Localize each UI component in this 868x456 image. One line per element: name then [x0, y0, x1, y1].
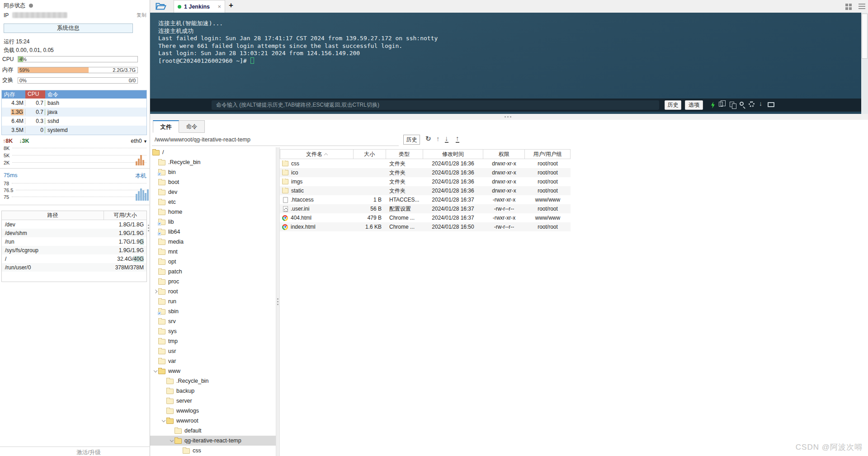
tree-item[interactable]: sbin [150, 306, 276, 316]
gear-icon[interactable] [749, 101, 755, 107]
folder-icon [158, 289, 165, 295]
disk-header-size[interactable]: 可用/大小 [104, 211, 146, 220]
process-cpu: 0.7 [25, 100, 45, 106]
tree-item[interactable]: .Recycle_bin [150, 376, 276, 386]
file-header-name[interactable]: 文件名 [280, 150, 354, 159]
vertical-splitter[interactable] [276, 147, 280, 456]
folder-icon [158, 190, 165, 195]
tree-item[interactable]: sys [150, 326, 276, 336]
download-icon[interactable]: ↓ [445, 135, 448, 143]
tree-item[interactable]: server [150, 396, 276, 406]
interface-selector[interactable]: eth0 ▼ [131, 138, 147, 144]
tree-item[interactable]: / [150, 147, 276, 157]
parent-directory-icon[interactable]: ↑ [436, 135, 440, 142]
monitor-icon[interactable] [768, 102, 774, 107]
chevron-collapsed-icon[interactable] [152, 290, 158, 293]
paste-icon[interactable] [730, 102, 734, 107]
file-row[interactable]: imgs文件夹2024/01/28 16:36drwxr-xr-xroot/ro… [280, 177, 571, 186]
copy-icon[interactable] [719, 102, 723, 107]
tree-item[interactable]: run [150, 296, 276, 306]
history-button[interactable]: 历史 [665, 100, 681, 110]
tree-item[interactable]: mnt [150, 247, 276, 257]
tree-item[interactable]: home [150, 207, 276, 217]
tab-files[interactable]: 文件 [153, 120, 179, 133]
file-header-perm[interactable]: 权限 [483, 150, 525, 159]
file-row[interactable]: .htaccess1 BHTACCES...2024/01/28 16:37-r… [280, 195, 571, 204]
tree-item[interactable]: opt [150, 257, 276, 267]
new-tab-button[interactable]: + [229, 1, 233, 10]
file-row[interactable]: css文件夹2024/01/28 16:36drwxr-xr-xroot/roo… [280, 159, 571, 168]
directory-tree: /.Recycle_binbinbootdevetchomeliblib64me… [150, 147, 276, 456]
tree-item[interactable]: srv [150, 316, 276, 326]
tree-item[interactable]: backup [150, 386, 276, 396]
tree-item[interactable]: usr [150, 346, 276, 356]
terminal-scrollbar[interactable] [861, 13, 868, 114]
upload-icon[interactable]: ↑ [456, 135, 459, 143]
tree-item[interactable]: var [150, 356, 276, 366]
tree-item[interactable]: wwwroot [150, 416, 276, 426]
tree-item[interactable]: qg-iterative-react-temp [150, 436, 276, 446]
tree-item[interactable]: default [150, 426, 276, 436]
terminal-scrollbar-thumb[interactable] [862, 14, 868, 59]
horizontal-splitter[interactable] [150, 114, 868, 120]
tree-item[interactable]: dev [150, 187, 276, 197]
tree-item[interactable]: lib64 [150, 227, 276, 237]
chevron-down-icon: ▼ [143, 139, 147, 144]
disk-row: /dev1.8G/1.8G [2, 220, 146, 229]
file-row[interactable]: ico文件夹2024/01/28 16:36drwxr-xr-xroot/roo… [280, 168, 571, 177]
process-header-cell[interactable]: CPU [25, 90, 45, 99]
tree-item-label: .Recycle_bin [176, 378, 209, 384]
file-name: imgs [291, 179, 302, 185]
search-icon[interactable] [740, 102, 744, 106]
file-header-mtime[interactable]: 修改时间 [423, 150, 484, 159]
splitter-handle-dots [505, 116, 511, 118]
options-button[interactable]: 选项 [685, 100, 703, 110]
file-header-size[interactable]: 大小 [354, 150, 386, 159]
copy-ip-button[interactable]: 复制 [137, 12, 146, 19]
file-row[interactable]: static文件夹2024/01/28 16:36drwxr-xr-xroot/… [280, 186, 571, 195]
file-row[interactable]: 404.html479 BChrome ...2024/01/28 16:37-… [280, 213, 571, 222]
tree-item[interactable]: lib [150, 217, 276, 227]
tree-item[interactable]: tmp [150, 336, 276, 346]
close-tab-icon[interactable]: × [217, 3, 221, 10]
tree-item[interactable]: proc [150, 277, 276, 287]
tree-item[interactable]: media [150, 237, 276, 247]
file-perm-cell: -rw-r--r-- [483, 206, 525, 212]
sidebar-splitter-handle[interactable] [148, 225, 150, 231]
process-header-cell[interactable]: 内存 [2, 90, 25, 99]
file-header-owner[interactable]: 用户/用户组 [525, 150, 571, 159]
chevron-expanded-icon[interactable] [160, 420, 166, 422]
path-input[interactable]: /www/wwwroot/qg-iterative-react-temp [155, 136, 250, 143]
command-input[interactable]: 命令输入 (按ALT键提示历史,TAB键路径,ESC键返回,双击CTRL切换) [212, 100, 659, 110]
graph-bars [136, 153, 144, 165]
download-arrow-icon[interactable]: ↓ [759, 100, 762, 107]
disk-header-path[interactable]: 路径 [2, 211, 104, 220]
terminal-area[interactable]: 连接主机(智能加速)...连接主机成功Last failed login: Su… [150, 13, 868, 114]
path-history-button[interactable]: 历史 [403, 135, 420, 145]
chevron-expanded-icon[interactable] [169, 440, 175, 442]
tab-commands[interactable]: 命令 [179, 120, 205, 133]
layout-grid-icon[interactable] [845, 4, 848, 6]
tree-item[interactable]: boot [150, 177, 276, 187]
tree-item[interactable]: root [150, 287, 276, 296]
process-header-cell[interactable]: 命令 [45, 90, 146, 99]
menu-hamburger-icon[interactable] [859, 4, 865, 5]
refresh-icon[interactable]: ↻ [425, 135, 431, 143]
tree-item[interactable]: etc [150, 197, 276, 207]
tree-item[interactable]: css [150, 446, 276, 456]
file-row[interactable]: index.html1.6 KBChrome ...2024/01/28 16:… [280, 222, 571, 231]
lightning-icon[interactable] [711, 102, 715, 108]
system-info-button[interactable]: 系统信息 [4, 24, 133, 33]
folder-tab-icon[interactable] [156, 2, 166, 12]
chevron-expanded-icon[interactable] [152, 371, 158, 372]
file-header-type[interactable]: 类型 [386, 150, 423, 159]
tree-item[interactable]: .Recycle_bin [150, 157, 276, 167]
tree-item[interactable]: wwwlogs [150, 406, 276, 416]
tree-item[interactable]: www [150, 366, 276, 376]
activate-upgrade-link[interactable]: 激活/升级 [76, 449, 100, 456]
tree-item[interactable]: bin [150, 167, 276, 177]
tree-item[interactable]: patch [150, 267, 276, 277]
meter-value: 2.2G/3.7G [113, 67, 136, 73]
terminal-tab[interactable]: 1 Jenkins × [174, 0, 225, 13]
file-row[interactable]: .user.ini56 B配置设置2024/01/28 16:37-rw-r--… [280, 204, 571, 213]
